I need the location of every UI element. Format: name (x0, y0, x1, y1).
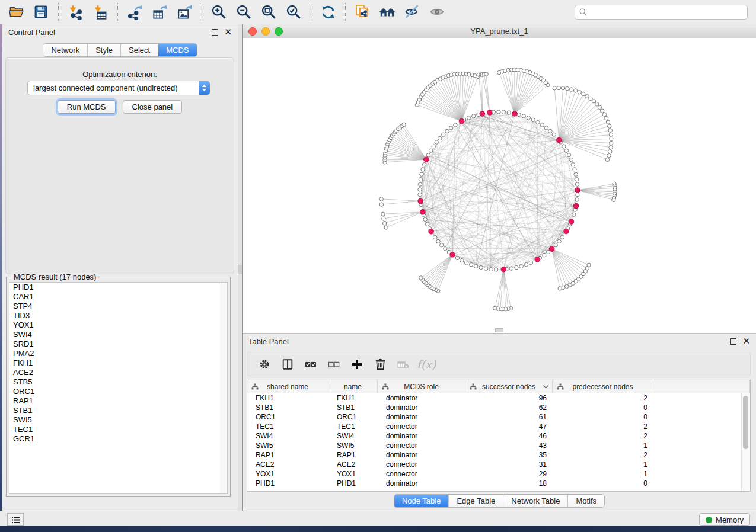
leaf-node[interactable] (610, 141, 613, 145)
network-node[interactable] (423, 217, 427, 221)
network-node[interactable] (569, 158, 573, 161)
network-node[interactable] (421, 168, 425, 171)
table-row[interactable]: SWI4SWI4dominator462 (247, 431, 750, 441)
table-row[interactable]: STB1STB1dominator620 (247, 403, 750, 412)
network-node[interactable] (507, 111, 511, 114)
mcds-node[interactable] (549, 246, 554, 252)
table-row[interactable]: RAP1RAP1dominator352 (247, 450, 750, 460)
mcds-node[interactable] (564, 229, 569, 234)
export-network-button[interactable] (125, 2, 145, 21)
network-node[interactable] (460, 258, 464, 262)
mcds-node[interactable] (424, 157, 429, 162)
export-table-button[interactable] (149, 2, 170, 21)
network-node[interactable] (543, 253, 546, 257)
leaf-node[interactable] (561, 86, 564, 90)
network-node[interactable] (502, 110, 505, 114)
leaf-node[interactable] (402, 123, 406, 126)
network-node[interactable] (576, 193, 579, 196)
mcds-node[interactable] (450, 252, 455, 257)
leaf-node[interactable] (605, 116, 608, 120)
network-canvas[interactable] (243, 38, 756, 333)
table-row[interactable]: TEC1TEC1connector472 (247, 422, 750, 431)
column-header-MCDS-role[interactable]: MCDS role (378, 380, 465, 393)
mcds-node[interactable] (420, 209, 426, 214)
search-box[interactable] (575, 5, 748, 20)
tab-node-table[interactable]: Node Table (394, 495, 449, 507)
network-node[interactable] (575, 177, 578, 181)
mcds-result-item[interactable]: STP4 (9, 302, 227, 311)
mcds-result-item[interactable]: SWI4 (9, 330, 227, 339)
network-node[interactable] (455, 256, 459, 259)
mcds-result-item[interactable]: SWI5 (9, 415, 227, 425)
mcds-result-item[interactable]: RAP1 (9, 396, 227, 406)
leaf-node[interactable] (382, 221, 386, 225)
leaf-node[interactable] (592, 100, 595, 103)
network-node[interactable] (575, 198, 579, 201)
network-node[interactable] (439, 243, 443, 247)
task-history-button[interactable] (7, 513, 24, 526)
leaf-node[interactable] (546, 83, 550, 86)
network-node[interactable] (560, 235, 564, 239)
network-node[interactable] (479, 265, 483, 269)
mcds-result-item[interactable]: TID3 (9, 311, 227, 321)
open-file-button[interactable] (6, 2, 26, 21)
network-node[interactable] (540, 123, 544, 127)
network-node[interactable] (562, 145, 566, 148)
leaf-node[interactable] (589, 97, 592, 100)
mcds-result-item[interactable]: PMA2 (9, 349, 227, 358)
column-header-name[interactable]: name (328, 380, 378, 393)
leaf-node[interactable] (419, 276, 423, 280)
mcds-result-item[interactable]: PHD1 (9, 283, 227, 292)
network-node[interactable] (454, 123, 457, 127)
network-node[interactable] (567, 153, 570, 157)
network-node[interactable] (571, 162, 575, 166)
leaf-node[interactable] (379, 203, 383, 206)
network-window-titlebar[interactable]: YPA_prune.txt_1 (243, 24, 756, 39)
zoom-selected-button[interactable] (283, 2, 304, 21)
close-panel-icon[interactable]: ✕ (224, 29, 232, 35)
mcds-node[interactable] (487, 110, 492, 116)
network-node[interactable] (418, 188, 422, 191)
network-node[interactable] (425, 222, 429, 226)
leaf-node[interactable] (608, 150, 612, 153)
leaf-node[interactable] (598, 105, 601, 109)
close-window-icon[interactable] (248, 27, 257, 36)
mcds-result-item[interactable]: ACE2 (9, 368, 227, 377)
network-node[interactable] (442, 133, 445, 136)
tab-mcds[interactable]: MCDS (158, 44, 196, 56)
save-session-button[interactable] (31, 2, 51, 21)
leaf-node[interactable] (557, 86, 560, 89)
network-node[interactable] (420, 172, 423, 176)
import-network-button[interactable] (65, 2, 85, 21)
network-node[interactable] (489, 267, 493, 271)
tab-select[interactable]: Select (121, 44, 158, 56)
network-node[interactable] (517, 113, 521, 116)
mcds-result-item[interactable]: TEC1 (9, 425, 227, 434)
table-row[interactable]: ACE2ACE2connector311 (247, 460, 750, 469)
leaf-node[interactable] (608, 129, 612, 132)
tab-edge-table[interactable]: Edge Table (449, 495, 503, 507)
leaf-node[interactable] (612, 198, 615, 201)
zoom-out-button[interactable] (234, 2, 254, 21)
leaf-node[interactable] (566, 86, 569, 90)
network-node[interactable] (548, 129, 552, 133)
network-node[interactable] (574, 172, 578, 176)
deselect-all-button[interactable] (325, 355, 343, 373)
network-node[interactable] (531, 118, 535, 121)
table-row[interactable]: SWI5SWI5connector431 (247, 441, 750, 450)
leaf-node[interactable] (607, 154, 611, 158)
show-columns-button[interactable] (279, 355, 296, 373)
network-node[interactable] (529, 261, 532, 264)
network-node[interactable] (497, 110, 500, 114)
network-node[interactable] (546, 250, 550, 254)
tab-motifs[interactable]: Motifs (568, 495, 604, 507)
network-node[interactable] (418, 193, 422, 196)
optimization-criterion-select[interactable]: largest connected component (undirected) (27, 81, 210, 95)
network-node[interactable] (554, 243, 557, 247)
mcds-result-item[interactable]: SRD1 (9, 339, 227, 349)
mcds-node[interactable] (501, 267, 506, 272)
column-header-shared-name[interactable]: shared name (247, 380, 328, 393)
minimize-window-icon[interactable] (261, 27, 270, 36)
network-node[interactable] (552, 133, 556, 136)
delete-column-button[interactable] (371, 355, 389, 373)
